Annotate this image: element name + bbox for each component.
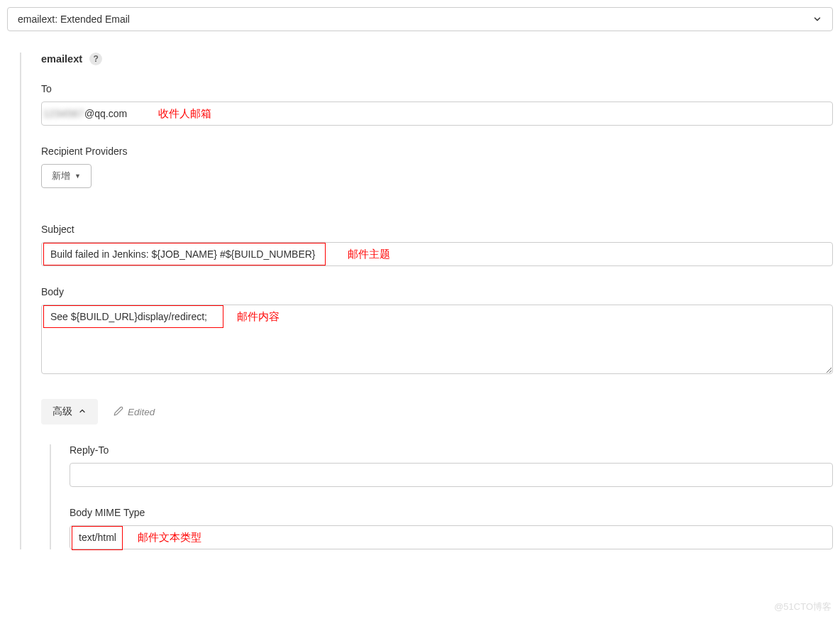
step-dropdown-label: emailext: Extended Email <box>18 13 130 25</box>
field-body: Body 邮件内容 <box>41 286 833 376</box>
advanced-label: 高级 <box>52 405 72 418</box>
mime-type-input[interactable] <box>70 525 833 549</box>
field-recipient-providers: Recipient Providers 新增 ▼ <box>41 146 833 188</box>
field-to: To 1234567@qq.com 收件人邮箱 <box>41 83 833 126</box>
advanced-container: Reply-To Body MIME Type 邮件文本类型 <box>50 444 833 549</box>
reply-to-input[interactable] <box>70 463 833 487</box>
subject-label: Subject <box>41 224 833 235</box>
form-container: emailext ? To 1234567@qq.com 收件人邮箱 Recip… <box>20 53 833 549</box>
mime-type-label: Body MIME Type <box>70 507 833 518</box>
field-reply-to: Reply-To <box>70 444 833 487</box>
section-name: emailext <box>41 53 82 65</box>
to-prefix-blurred: 1234567 <box>43 108 84 119</box>
add-button-label: 新增 <box>52 170 70 182</box>
section-title: emailext ? <box>41 53 833 65</box>
help-icon[interactable]: ? <box>89 53 102 65</box>
chevron-up-icon <box>78 407 87 417</box>
to-label: To <box>41 83 833 94</box>
advanced-row: 高级 Edited <box>41 399 833 424</box>
advanced-toggle-button[interactable]: 高级 <box>41 399 98 424</box>
subject-input[interactable] <box>41 242 833 266</box>
field-mime-type: Body MIME Type 邮件文本类型 <box>70 507 833 549</box>
to-input[interactable]: 1234567@qq.com <box>41 102 833 126</box>
to-suffix: @qq.com <box>84 108 127 119</box>
step-dropdown[interactable]: emailext: Extended Email <box>7 7 833 31</box>
chevron-down-icon <box>812 14 822 24</box>
field-subject: Subject 邮件主题 <box>41 224 833 266</box>
pencil-icon <box>114 406 123 418</box>
body-input[interactable] <box>41 305 833 374</box>
edited-text: Edited <box>128 407 155 417</box>
add-recipient-button[interactable]: 新增 ▼ <box>41 164 92 188</box>
edited-indicator: Edited <box>114 406 155 418</box>
recipient-providers-label: Recipient Providers <box>41 146 833 157</box>
body-label: Body <box>41 286 833 297</box>
caret-down-icon: ▼ <box>74 172 81 180</box>
reply-to-label: Reply-To <box>70 444 833 456</box>
